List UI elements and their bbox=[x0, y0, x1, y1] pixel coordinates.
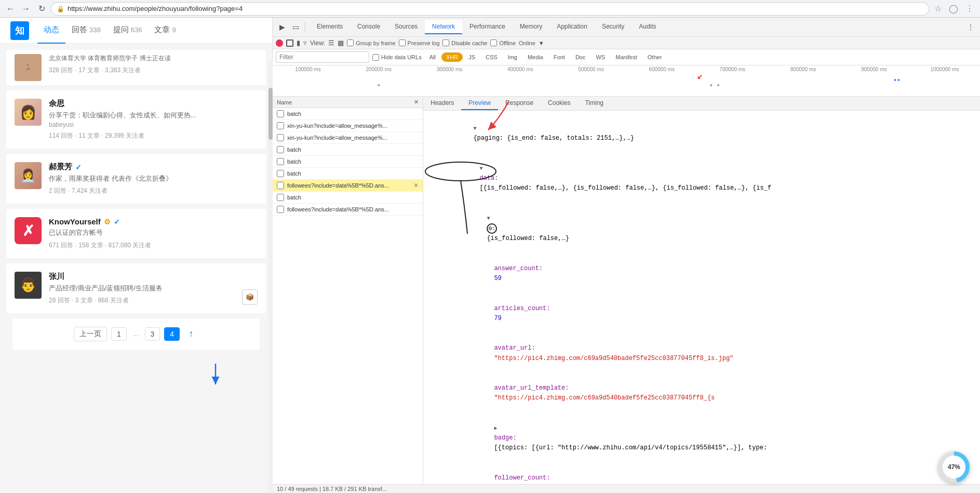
preserve-log-checkbox[interactable]: Preserve log bbox=[399, 39, 440, 46]
tab-audits[interactable]: Audits bbox=[632, 20, 663, 34]
inspect-element-button[interactable]: ▶ bbox=[277, 22, 287, 32]
prev-tab-response[interactable]: Response bbox=[498, 97, 541, 110]
request-row-xinyukun-1[interactable]: xin-yu-kun?include=allow_message%... bbox=[273, 120, 423, 132]
request-row-xinyukun-2[interactable]: xin-yu-kun?include=allow_message%... bbox=[273, 132, 423, 144]
offline-checkbox[interactable]: Offline bbox=[490, 39, 516, 46]
close-panel-icon[interactable]: ✕ bbox=[414, 99, 419, 105]
address-bar[interactable]: 🔒 https://www.zhihu.com/people/zhouyuan/… bbox=[51, 2, 929, 16]
timeline-label-0: 100000 ms bbox=[273, 66, 343, 72]
json-root[interactable]: ▼ {paging: {is_end: false, totals: 2151,… bbox=[427, 114, 976, 154]
req-checkbox-6[interactable] bbox=[277, 170, 284, 177]
online-dropdown-arrow[interactable]: ▼ bbox=[539, 40, 544, 46]
zhihu-tab-huida[interactable]: 回答 338 bbox=[65, 18, 107, 44]
type-all-button[interactable]: All bbox=[425, 52, 440, 62]
request-row-followees-2[interactable]: followees?include=data%5B*%5D.ans... bbox=[273, 204, 423, 216]
request-row-batch-3[interactable]: batch bbox=[273, 156, 423, 168]
type-img-button[interactable]: Img bbox=[503, 52, 522, 62]
request-row-batch-2[interactable]: batch bbox=[273, 144, 423, 156]
bookmark-star-icon[interactable]: ☆ bbox=[932, 2, 944, 16]
svg-point-1 bbox=[710, 84, 712, 86]
tab-memory[interactable]: Memory bbox=[513, 20, 549, 34]
hide-data-urls-checkbox[interactable]: Hide data URLs bbox=[372, 54, 422, 61]
prev-tab-preview[interactable]: Preview bbox=[461, 97, 498, 110]
req-close-7[interactable]: ✕ bbox=[413, 182, 419, 189]
zhihu-tab-twen[interactable]: 提问 636 bbox=[107, 18, 149, 44]
svg-point-4 bbox=[897, 79, 900, 81]
json-val-answer-count: 59 bbox=[494, 275, 501, 282]
tab-sources[interactable]: Sources bbox=[387, 20, 425, 34]
prev-tab-timing[interactable]: Timing bbox=[578, 97, 611, 110]
waterfall-view-icon[interactable]: ▩ bbox=[338, 39, 344, 47]
json-item0-header[interactable]: ▼ 0: {is_followed: false,…} bbox=[427, 204, 976, 254]
expand-item0[interactable]: ▼ bbox=[487, 216, 490, 221]
offline-input[interactable] bbox=[490, 39, 497, 46]
req-checkbox-9[interactable] bbox=[277, 206, 284, 213]
tab-application[interactable]: Application bbox=[549, 20, 595, 34]
request-row-followees-1[interactable]: followees?include=data%5B*%5D.ans... ✕ bbox=[273, 180, 423, 192]
filter-input[interactable] bbox=[276, 51, 369, 63]
type-other-button[interactable]: Other bbox=[643, 52, 667, 62]
req-checkbox-2[interactable] bbox=[277, 122, 284, 129]
devtools-status-bar: 10 / 49 requests | 18.7 KB / 291 KB tran… bbox=[273, 484, 980, 493]
request-row-batch-4[interactable]: batch bbox=[273, 168, 423, 180]
req-checkbox-3[interactable] bbox=[277, 134, 284, 141]
expand-data[interactable]: ▼ bbox=[479, 166, 482, 171]
filter-icon[interactable]: ▿ bbox=[303, 39, 307, 47]
tab-elements[interactable]: Elements bbox=[310, 20, 350, 34]
disable-cache-input[interactable] bbox=[442, 39, 449, 46]
record-button[interactable] bbox=[276, 39, 283, 47]
req-checkbox-7[interactable] bbox=[277, 182, 284, 189]
disable-cache-checkbox[interactable]: Disable cache bbox=[442, 39, 487, 46]
tab-network[interactable]: Network bbox=[425, 20, 462, 34]
screenshot-icon[interactable]: ▮ bbox=[297, 39, 300, 47]
scroll-top-button[interactable]: ↑ bbox=[184, 327, 198, 341]
profile-icon[interactable]: ◯ bbox=[947, 2, 960, 16]
type-js-button[interactable]: JS bbox=[464, 52, 480, 62]
tab-console[interactable]: Console bbox=[350, 20, 387, 34]
request-row-batch-5[interactable]: batch bbox=[273, 192, 423, 204]
devtools-more-button[interactable]: ⋮ bbox=[965, 22, 976, 32]
type-font-button[interactable]: Font bbox=[549, 52, 570, 62]
type-css-button[interactable]: CSS bbox=[481, 52, 502, 62]
req-checkbox-4[interactable] bbox=[277, 146, 284, 153]
user-stats-zhangchuan: 28 回答 · 3 文章 · 868 关注者 bbox=[49, 296, 235, 305]
prev-page-button[interactable]: 上一页 bbox=[74, 327, 107, 341]
tab-security[interactable]: Security bbox=[595, 20, 632, 34]
request-row-batch-1[interactable]: batch bbox=[273, 108, 423, 120]
type-doc-button[interactable]: Doc bbox=[571, 52, 590, 62]
prev-tab-headers[interactable]: Headers bbox=[423, 97, 461, 110]
req-checkbox-1[interactable] bbox=[277, 110, 284, 117]
type-ws-button[interactable]: WS bbox=[591, 52, 610, 62]
json-data-array[interactable]: ▼ data: [{is_followed: false,…}, {is_fol… bbox=[427, 154, 976, 204]
menu-icon[interactable]: ⋮ bbox=[963, 2, 976, 16]
type-manifest-button[interactable]: Manifest bbox=[611, 52, 642, 62]
json-badge[interactable]: ▶ badge: [{topics: [{url: "http://www.zh… bbox=[427, 414, 976, 463]
page-1-button[interactable]: 1 bbox=[111, 327, 127, 341]
list-view-icon[interactable]: ☰ bbox=[328, 39, 334, 47]
prev-tab-cookies[interactable]: Cookies bbox=[541, 97, 578, 110]
req-checkbox-8[interactable] bbox=[277, 194, 284, 201]
page-3-button[interactable]: 3 bbox=[145, 327, 160, 341]
verified-icon: ✓ bbox=[75, 163, 82, 171]
expand-root[interactable]: ▼ bbox=[473, 126, 476, 131]
page-4-button[interactable]: 4 bbox=[164, 327, 180, 341]
user-stats-knowyourself: 671 回答 · 158 文章 · 617,080 关注者 bbox=[49, 241, 258, 250]
type-media-button[interactable]: Media bbox=[523, 52, 548, 62]
zhihu-tab-article[interactable]: 文章 9 bbox=[148, 18, 182, 44]
zhihu-tab-dongtai[interactable]: 动态 bbox=[37, 18, 65, 44]
left-scrollbar[interactable] bbox=[269, 62, 273, 493]
tab-performance[interactable]: Performance bbox=[462, 20, 513, 34]
req-checkbox-5[interactable] bbox=[277, 158, 284, 165]
back-button[interactable]: ← bbox=[4, 3, 17, 15]
stop-button[interactable] bbox=[286, 39, 293, 47]
hide-data-urls-input[interactable] bbox=[372, 54, 379, 61]
forward-button[interactable]: → bbox=[20, 3, 32, 15]
preserve-log-input[interactable] bbox=[399, 39, 406, 46]
group-by-frame-checkbox[interactable]: Group by frame bbox=[347, 39, 395, 46]
expand-badge[interactable]: ▶ bbox=[494, 425, 497, 431]
group-by-frame-input[interactable] bbox=[347, 39, 354, 46]
refresh-button[interactable]: ↻ bbox=[35, 3, 48, 15]
device-toolbar-button[interactable]: ▭ bbox=[290, 22, 301, 32]
type-xhr-button[interactable]: XHR bbox=[441, 52, 463, 62]
archive-button[interactable]: 📦 bbox=[242, 289, 258, 305]
